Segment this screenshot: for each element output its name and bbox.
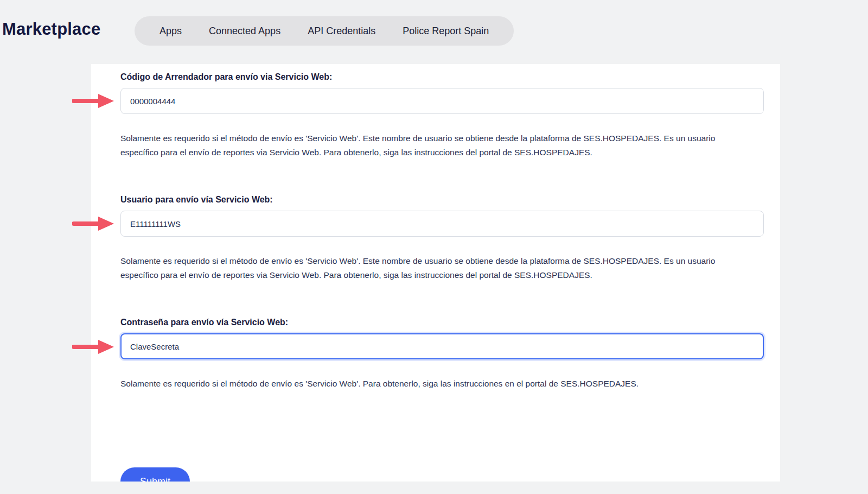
codigo-arrendador-label: Código de Arrendador para envío via Serv… bbox=[120, 71, 764, 83]
usuario-input[interactable] bbox=[120, 211, 764, 237]
tab-connected-apps[interactable]: Connected Apps bbox=[209, 26, 280, 37]
annotation-arrow-icon bbox=[72, 93, 114, 109]
annotation-arrow-icon bbox=[72, 339, 114, 354]
contrasena-label: Contraseña para envío vía Servicio Web: bbox=[120, 316, 764, 328]
submit-button[interactable]: Submit bbox=[120, 467, 190, 482]
brand-logo: Marketplace bbox=[2, 20, 100, 39]
tab-police-report-spain[interactable]: Police Report Spain bbox=[403, 26, 489, 37]
settings-form-card: Código de Arrendador para envío via Serv… bbox=[91, 64, 780, 482]
form-field-usuario: Usuario para envío vía Servicio Web: Sol… bbox=[120, 194, 764, 282]
annotation-arrow-icon bbox=[72, 216, 114, 231]
usuario-help-text: Solamente es requerido si el método de e… bbox=[120, 254, 733, 282]
form-field-codigo-arrendador: Código de Arrendador para envío via Serv… bbox=[120, 71, 764, 160]
tab-apps[interactable]: Apps bbox=[159, 26, 182, 37]
contrasena-help-text: Solamente es requerido si el método de e… bbox=[120, 377, 733, 391]
usuario-label: Usuario para envío vía Servicio Web: bbox=[120, 194, 764, 206]
tab-api-credentials[interactable]: API Credentials bbox=[308, 26, 375, 37]
form-field-contrasena: Contraseña para envío vía Servicio Web: … bbox=[120, 316, 764, 391]
codigo-arrendador-input[interactable] bbox=[120, 88, 764, 114]
nav-tabbar: Apps Connected Apps API Credentials Poli… bbox=[135, 16, 514, 46]
contrasena-input[interactable] bbox=[120, 333, 764, 359]
codigo-arrendador-help-text: Solamente es requerido si el método de e… bbox=[120, 131, 733, 160]
